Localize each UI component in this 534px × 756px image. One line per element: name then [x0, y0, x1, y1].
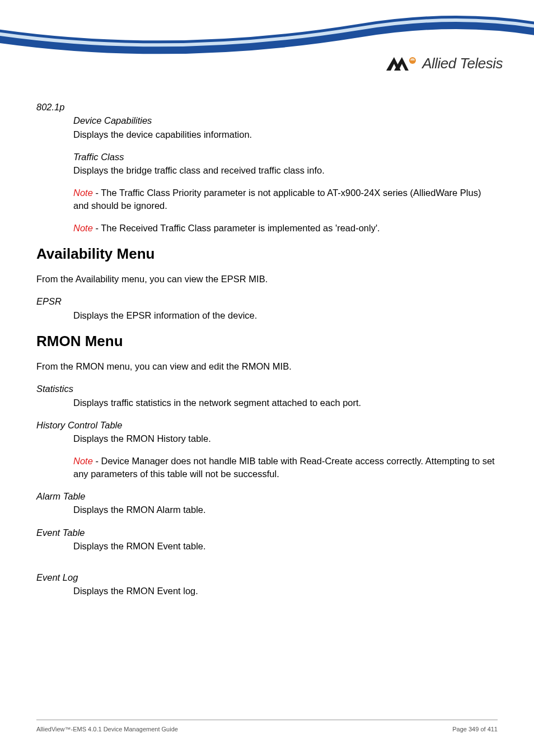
- alarm-table-label: Alarm Table: [36, 490, 498, 502]
- page-footer: AlliedView™-EMS 4.0.1 Device Management …: [36, 720, 498, 732]
- header-swoosh-graphic: [0, 0, 534, 95]
- brand-mark-icon: [386, 56, 418, 72]
- event-table-text: Displays the RMON Event table.: [73, 540, 498, 552]
- note-keyword: Note: [73, 223, 93, 233]
- note-keyword: Note: [73, 456, 93, 466]
- statistics-label: Statistics: [36, 382, 498, 395]
- note-text: - The Traffic Class Priority parameter i…: [73, 188, 481, 210]
- epsr-text: Displays the EPSR information of the dev…: [73, 309, 498, 321]
- rmon-menu-heading: RMON Menu: [36, 332, 498, 351]
- section-8021p-title: 802.1p: [36, 101, 498, 113]
- brand-name: Allied Telesis: [422, 55, 503, 72]
- traffic-class-label: Traffic Class: [73, 151, 498, 163]
- statistics-text: Displays traffic statistics in the netwo…: [73, 396, 498, 409]
- note-text: - The Received Traffic Class parameter i…: [93, 223, 380, 233]
- history-note: Note - Device Manager does not handle MI…: [73, 455, 498, 480]
- rmon-intro: From the RMON menu, you can view and edi…: [36, 360, 498, 372]
- device-capabilities-label: Device Capabilities: [73, 114, 498, 127]
- history-control-label: History Control Table: [36, 419, 498, 431]
- note-read-only: Note - The Received Traffic Class parame…: [73, 222, 498, 234]
- epsr-label: EPSR: [36, 295, 498, 307]
- note-text: - Device Manager does not handle MIB tab…: [73, 456, 495, 478]
- footer-doc-title: AlliedView™-EMS 4.0.1 Device Management …: [36, 726, 178, 732]
- note-keyword: Note: [73, 188, 93, 198]
- alarm-table-text: Displays the RMON Alarm table.: [73, 503, 498, 516]
- device-capabilities-text: Displays the device capabilities informa…: [73, 128, 498, 141]
- availability-intro: From the Availability menu, you can view…: [36, 273, 498, 285]
- availability-menu-heading: Availability Menu: [36, 244, 498, 264]
- brand-logo: Allied Telesis: [386, 55, 503, 72]
- event-log-text: Displays the RMON Event log.: [73, 585, 498, 597]
- event-table-label: Event Table: [36, 526, 498, 539]
- event-log-label: Event Log: [36, 571, 498, 584]
- page-content: 802.1p Device Capabilities Displays the …: [36, 101, 498, 608]
- history-control-text: Displays the RMON History table.: [73, 432, 498, 445]
- traffic-class-text: Displays the bridge traffic class and re…: [73, 164, 498, 176]
- note-traffic-priority: Note - The Traffic Class Priority parame…: [73, 186, 498, 212]
- footer-page-number: Page 349 of 411: [452, 726, 498, 732]
